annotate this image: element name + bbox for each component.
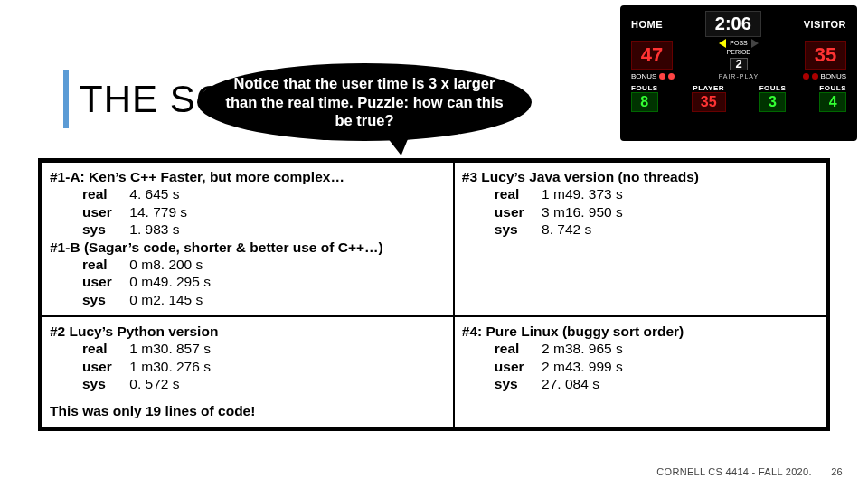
v-2-user: 1 m30. 276 s	[129, 358, 211, 375]
sb-player-label: PLAYER	[692, 84, 726, 92]
v-3-user: 3 m16. 950 s	[542, 203, 623, 221]
poss-right-icon	[751, 39, 759, 48]
v-1a-real: 4. 645 s	[129, 185, 179, 202]
v-1b-real: 0 m8. 200 s	[129, 256, 203, 273]
v-1b-sys: 0 m2. 145 s	[129, 291, 203, 308]
sb-home-bonus-label: BONUS	[631, 72, 656, 80]
cell-1a-1b: #1-A: Ken’s C++ Faster, but more complex…	[42, 162, 454, 316]
lbl-user: user	[82, 203, 126, 221]
v-2-real: 1 m30. 857 s	[129, 340, 211, 357]
lbl-user: user	[82, 358, 126, 375]
bonus-dot-icon	[668, 73, 675, 80]
v-2-sys: 0. 572 s	[129, 375, 179, 392]
lbl-user: user	[82, 273, 126, 290]
title-accent-bar	[63, 70, 69, 128]
sb-home-label: HOME	[631, 19, 663, 30]
sb-player-fouls-label: FOULS	[760, 84, 787, 92]
sb-clock-value: 2:06	[715, 14, 751, 34]
sb-period-label: PERIOD	[719, 48, 758, 57]
sb-home-score: 47	[631, 41, 673, 70]
results-table: #1-A: Ken’s C++ Faster, but more complex…	[38, 158, 830, 431]
v-4-sys: 27. 084 s	[542, 375, 599, 392]
sb-poss-label: POSS	[730, 39, 747, 48]
h-2: #2 Lucy’s Python version	[50, 323, 446, 340]
sb-player: 35	[692, 92, 726, 112]
lbl-sys: sys	[495, 221, 538, 238]
lbl-user: user	[495, 203, 538, 221]
footer-page: 26	[831, 466, 843, 477]
table-row: #2 Lucy’s Python version real 1 m30. 857…	[42, 316, 826, 427]
poss-left-icon	[719, 39, 726, 48]
sb-home-fouls: 8	[631, 92, 658, 112]
v-1a-sys: 1. 983 s	[129, 221, 179, 238]
sb-visitor-score: 35	[805, 41, 846, 70]
lbl-real: real	[82, 340, 126, 357]
v-3-sys: 8. 742 s	[542, 221, 591, 238]
h-1b: #1-B (Sagar’s code, shorter & better use…	[50, 239, 446, 256]
sb-visitor-label: VISITOR	[804, 19, 846, 30]
v-1a-user: 14. 779 s	[129, 203, 187, 221]
note-19-lines: This was only 19 lines of code!	[50, 402, 446, 419]
sb-fairplay: FAIR-PLAY	[719, 73, 759, 80]
v-3-real: 1 m49. 373 s	[542, 185, 623, 202]
callout-text: Notice that the user time is 3 x larger …	[222, 74, 506, 130]
sb-home-fouls-label: FOULS	[631, 84, 658, 92]
lbl-real: real	[82, 185, 126, 202]
lbl-sys: sys	[82, 221, 126, 238]
lbl-sys: sys	[495, 375, 538, 392]
cell-2: #2 Lucy’s Python version real 1 m30. 857…	[42, 316, 454, 427]
bonus-dot-icon	[803, 73, 809, 80]
slide-footer: CORNELL CS 4414 - FALL 2020. 26	[656, 466, 843, 477]
lbl-real: real	[495, 340, 538, 357]
v-4-real: 2 m38. 965 s	[542, 340, 623, 357]
bonus-dot-icon	[812, 73, 818, 80]
sb-period-value: 2	[730, 58, 747, 70]
sb-player-fouls: 3	[760, 92, 787, 112]
lbl-real: real	[82, 256, 126, 273]
lbl-user: user	[495, 358, 538, 375]
cell-3: #3 Lucy’s Java version (no threads) real…	[454, 162, 826, 316]
v-4-user: 2 m43. 999 s	[542, 358, 623, 375]
bonus-dot-icon	[659, 73, 665, 80]
sb-visitor-bonus-label: BONUS	[821, 72, 846, 80]
h-4: #4: Pure Linux (buggy sort order)	[462, 323, 818, 340]
cell-4: #4: Pure Linux (buggy sort order) real 2…	[454, 316, 826, 427]
sb-visitor-fouls-label: FOULS	[819, 84, 846, 92]
scoreboard-graphic: HOME 2:06 VISITOR 47 POSS PERIOD 2 35 BO…	[620, 5, 857, 141]
v-1b-user: 0 m49. 295 s	[129, 273, 211, 290]
footer-course: CORNELL CS 4414 - FALL 2020.	[656, 466, 811, 477]
sb-clock: 2:06	[705, 11, 761, 37]
h-3: #3 Lucy’s Java version (no threads)	[462, 168, 818, 185]
sb-mid: POSS PERIOD 2	[719, 39, 758, 70]
sb-home-bonus: BONUS	[631, 72, 675, 80]
lbl-real: real	[495, 185, 538, 202]
table-row: #1-A: Ken’s C++ Faster, but more complex…	[42, 162, 826, 316]
h-1a: #1-A: Ken’s C++ Faster, but more complex…	[50, 168, 446, 185]
lbl-sys: sys	[82, 375, 126, 392]
sb-visitor-bonus: BONUS	[803, 72, 846, 80]
sb-visitor-fouls: 4	[819, 92, 846, 112]
callout-bubble: Notice that the user time is 3 x larger …	[197, 63, 532, 141]
lbl-sys: sys	[82, 291, 126, 308]
